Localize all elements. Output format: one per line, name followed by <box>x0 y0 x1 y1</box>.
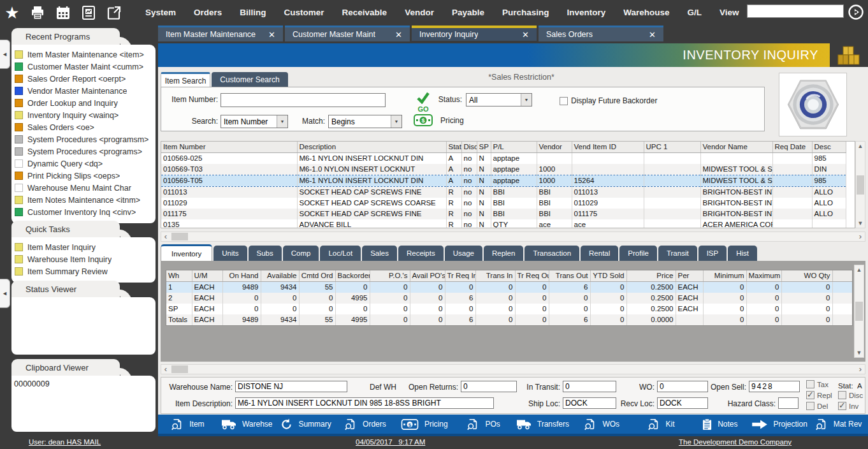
pricing-button[interactable]: $ Pricing <box>414 114 464 126</box>
window-tab-inventory-inquiry[interactable]: Inventory Inquiry✕ <box>412 26 537 41</box>
warehouse-grid-horizontal-scrollbar[interactable]: ‹ › <box>161 364 865 374</box>
scrollbar-thumb[interactable] <box>171 233 188 240</box>
column-header[interactable]: P/L <box>491 142 537 153</box>
transfers-button[interactable]: Transfers <box>513 415 572 434</box>
item-row[interactable]: 011029SOCKET HEAD CAP SCREWS COARSERnoNB… <box>161 198 846 209</box>
recent-program-item[interactable]: System Procedures <programsm> <box>11 133 156 145</box>
recent-program-item[interactable]: Item Master Maintenance <item> <box>11 48 156 61</box>
chevron-down-icon[interactable]: ▼ <box>277 115 287 128</box>
tab-isp[interactable]: ISP <box>698 246 727 261</box>
column-header[interactable]: Disc <box>461 142 477 153</box>
sidebar-collapse-button[interactable]: ◄ <box>0 279 10 308</box>
column-header[interactable]: UPC 1 <box>644 142 700 153</box>
status-viewer-header[interactable]: Status Viewer <box>11 281 120 297</box>
scroll-left-icon[interactable]: ‹ <box>161 232 170 241</box>
chevron-down-icon[interactable]: ▼ <box>521 94 532 106</box>
menu-vendor[interactable]: Vendor <box>396 0 443 26</box>
open-sell-input[interactable] <box>749 381 800 392</box>
in-transit-input[interactable] <box>563 381 616 392</box>
pos-button[interactable]: POs <box>454 415 513 434</box>
open-returns-input[interactable] <box>461 381 517 392</box>
column-header[interactable]: Vend Item ID <box>572 142 644 153</box>
scroll-down-icon[interactable]: ▼ <box>855 348 864 357</box>
tab-transaction[interactable]: Transaction <box>524 246 579 261</box>
column-header[interactable]: Avail PO's <box>410 270 445 282</box>
column-header[interactable] <box>832 270 853 282</box>
ship-loc-input[interactable] <box>563 397 616 409</box>
column-header[interactable]: Description <box>297 142 446 153</box>
item-description-input[interactable] <box>235 397 494 409</box>
item-row[interactable]: 011175SOCKET HEAD CAP SCREWS FINERnoNBBI… <box>161 209 846 219</box>
scroll-left-icon[interactable]: ‹ <box>161 365 170 374</box>
quick-task-item[interactable]: Warehouse Item Inquiry <box>11 253 156 265</box>
wos-button[interactable]: WOs <box>572 415 632 434</box>
warehouse-row[interactable]: TotalsEACH9489943455499500600600.0000000 <box>166 314 853 325</box>
recent-program-item[interactable]: Sales Order Report <oerpt> <box>11 73 156 85</box>
menu-warehouse[interactable]: Warehouse <box>614 0 678 26</box>
recent-program-item[interactable]: Customer Master Maint <cumm> <box>11 61 156 73</box>
projection-button[interactable]: Projection <box>749 415 809 434</box>
close-icon[interactable]: ✕ <box>522 30 529 40</box>
summary-button[interactable]: Summary <box>277 415 336 434</box>
item-row[interactable]: 0135ADVANCE BILLRnoNQTYaceaceACER AMERIC… <box>161 219 846 228</box>
menu-payable[interactable]: Payable <box>443 0 493 26</box>
item-number-input[interactable] <box>221 93 386 107</box>
tab-replen[interactable]: Replen <box>484 246 523 261</box>
mat-rev-button[interactable]: Mat Rev <box>809 415 868 434</box>
menu-view[interactable]: View <box>711 0 748 26</box>
scrollbar-thumb[interactable] <box>171 365 188 373</box>
tax-checkbox[interactable]: Tax <box>806 380 828 388</box>
column-header[interactable]: Trans In <box>475 270 515 282</box>
recent-program-item[interactable]: Customer Inventory Inq <cinv> <box>11 206 156 218</box>
tab-hist[interactable]: Hist <box>728 246 757 261</box>
warehouse-row[interactable]: 1EACH9489943455000000600.2500EACH000 <box>166 282 853 293</box>
scroll-up-icon[interactable]: ▲ <box>855 265 864 274</box>
warehouse-name-input[interactable] <box>235 381 347 392</box>
del-checkbox[interactable]: Del <box>806 402 828 410</box>
tab-loc-lot[interactable]: Loc/Lot <box>320 246 361 261</box>
tab-sales[interactable]: Sales <box>362 246 397 261</box>
scrollbar-thumb[interactable] <box>855 302 863 321</box>
column-header[interactable]: On Hand <box>222 270 261 282</box>
column-header[interactable]: P.O.'s <box>370 270 410 282</box>
column-header[interactable]: YTD Sold <box>590 270 626 282</box>
close-icon[interactable]: ✕ <box>268 30 275 40</box>
report-icon[interactable] <box>80 4 97 21</box>
column-header[interactable]: Stat <box>446 142 461 153</box>
display-future-backorder-checkbox[interactable]: Display Future Backorder <box>560 96 657 105</box>
column-header[interactable]: Price <box>626 270 676 282</box>
tab-item-search[interactable]: Item Search <box>161 72 210 87</box>
calendar-icon[interactable] <box>55 4 71 21</box>
column-header[interactable]: Backorder <box>335 270 370 282</box>
scrollbar-thumb[interactable] <box>857 175 864 195</box>
window-tab-sales-orders[interactable]: Sales Orders✕ <box>539 26 663 41</box>
warehouse-row[interactable]: 2EACH000499500600000.2500EACH000 <box>166 293 853 304</box>
tab-inventory[interactable]: Inventory <box>161 244 212 261</box>
warehse-button[interactable]: Warehse <box>217 415 277 434</box>
tab-subs[interactable]: Subs <box>249 246 282 261</box>
sidebar-collapse-button[interactable]: ◄ <box>0 40 10 69</box>
tab-profile[interactable]: Profile <box>619 246 657 261</box>
recent-programs-header[interactable]: Recent Programs <box>11 28 120 45</box>
tab-usage[interactable]: Usage <box>445 246 482 261</box>
scroll-down-icon[interactable]: ▼ <box>856 219 865 228</box>
tab-units[interactable]: Units <box>213 246 247 261</box>
column-header[interactable]: Wh <box>166 270 192 282</box>
column-header[interactable]: Minimum <box>703 270 746 282</box>
recent-program-item[interactable]: Vendor Master Maintenance <box>11 85 156 97</box>
window-tab-customer-master-maint[interactable]: Customer Master Maint✕ <box>285 26 410 41</box>
menu-orders[interactable]: Orders <box>185 0 231 26</box>
scroll-up-icon[interactable]: ▲ <box>856 142 865 151</box>
recent-program-item[interactable]: Print Picking Slips <oeps> <box>11 170 156 182</box>
chevron-down-icon[interactable]: ▼ <box>391 115 401 128</box>
scroll-right-icon[interactable]: › <box>856 365 865 374</box>
column-header[interactable]: Tr Req In <box>445 270 475 282</box>
menu-inventory[interactable]: Inventory <box>558 0 614 26</box>
item-row[interactable]: 010569-025M6-1 NYLON INSERT LOCKNUT DINA… <box>161 153 846 165</box>
column-header[interactable]: Maximum <box>746 270 781 282</box>
warehouse-row[interactable]: SPEACH000000000000.2500EACH000 <box>166 304 853 314</box>
checkbox-box[interactable] <box>560 97 568 105</box>
column-header[interactable]: Desc <box>812 142 846 153</box>
tab-customer-search[interactable]: Customer Search <box>212 72 288 87</box>
quick-tasks-header[interactable]: Quick Tasks <box>11 221 120 237</box>
